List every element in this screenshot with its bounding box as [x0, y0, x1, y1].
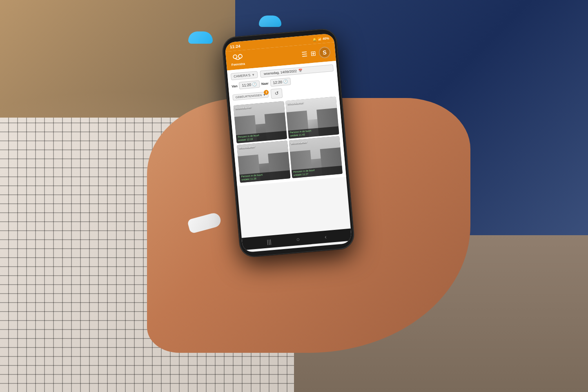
phone-screen: 11:24 🔔 📶 40% Feenstra: [225, 33, 352, 252]
menu-button[interactable]: ☰: [301, 50, 307, 58]
recent-apps-button[interactable]: |||: [267, 238, 272, 245]
logo-text: Feenstra: [231, 62, 245, 67]
camera-tile-3[interactable]: Woonkamer Persoon in de buurt ontdekt 11…: [237, 140, 291, 183]
to-time-button[interactable]: 12:20 🕐: [270, 78, 291, 87]
user-initial: S: [323, 49, 327, 56]
header-icons: ☰ ⊞ S: [301, 46, 331, 60]
calendar-icon: 📅: [298, 69, 303, 73]
camera-tile-4[interactable]: Woonkamer Persoon in de buurt ontdekt 11…: [289, 136, 343, 178]
svg-point-0: [233, 55, 237, 59]
from-clock-icon: 🕐: [252, 82, 257, 87]
phone: 11:24 🔔 📶 40% Feenstra: [222, 28, 355, 258]
status-icons: 🔔 📶 40%: [313, 36, 330, 41]
camera-tile-1[interactable]: Woonkamer Persoon in de buurt ontdekt 12…: [234, 101, 287, 143]
to-time-value: 12:20: [273, 80, 282, 85]
date-label: woensdag, 14/09/2022: [264, 69, 297, 76]
events-label: GEBEURTENISSEN: [235, 94, 262, 99]
logo-area: Feenstra: [231, 53, 245, 67]
camera-grid: Woonkamer Persoon in de buurt ontdekt 12…: [234, 96, 343, 183]
home-button[interactable]: ○: [296, 236, 300, 243]
phone-nav-bar: ||| ○ ‹: [242, 228, 352, 250]
phone-wrapper: 11:24 🔔 📶 40% Feenstra: [222, 28, 355, 258]
to-clock-icon: 🕐: [283, 80, 288, 84]
status-time: 11:24: [229, 44, 240, 49]
refresh-icon: ↺: [274, 91, 279, 97]
events-filter-button[interactable]: GEBEURTENISSEN ▼ 2: [232, 91, 269, 100]
battery-text: 40%: [323, 36, 330, 40]
shoe-right: [259, 16, 281, 27]
svg-point-1: [238, 54, 242, 58]
camera-tile-2[interactable]: Woonkamer Persoon in de buurt ontdekt 11…: [285, 96, 339, 138]
grid-button[interactable]: ⊞: [310, 49, 316, 58]
to-label: Naar: [261, 81, 269, 86]
app-content: CAMERA'S ▼ woensdag, 14/09/2022 📅 Van 11…: [227, 61, 346, 186]
from-time-button[interactable]: 11:20 🕐: [239, 80, 260, 89]
from-time-value: 11:20: [242, 82, 251, 87]
cameras-filter-icon: ▼: [252, 73, 255, 77]
cameras-filter-button[interactable]: CAMERA'S ▼: [231, 71, 258, 80]
cameras-label: CAMERA'S: [234, 73, 251, 78]
back-button[interactable]: ‹: [324, 234, 327, 240]
refresh-button[interactable]: ↺: [271, 88, 283, 99]
feenstra-logo-icon: [232, 53, 244, 62]
events-badge: 2: [264, 89, 269, 95]
from-label: Van: [232, 84, 238, 88]
signal-icon: 📶: [318, 37, 322, 41]
notification-icon: 🔔: [313, 37, 317, 41]
user-avatar-button[interactable]: S: [318, 46, 331, 58]
shoe-left: [188, 31, 213, 44]
